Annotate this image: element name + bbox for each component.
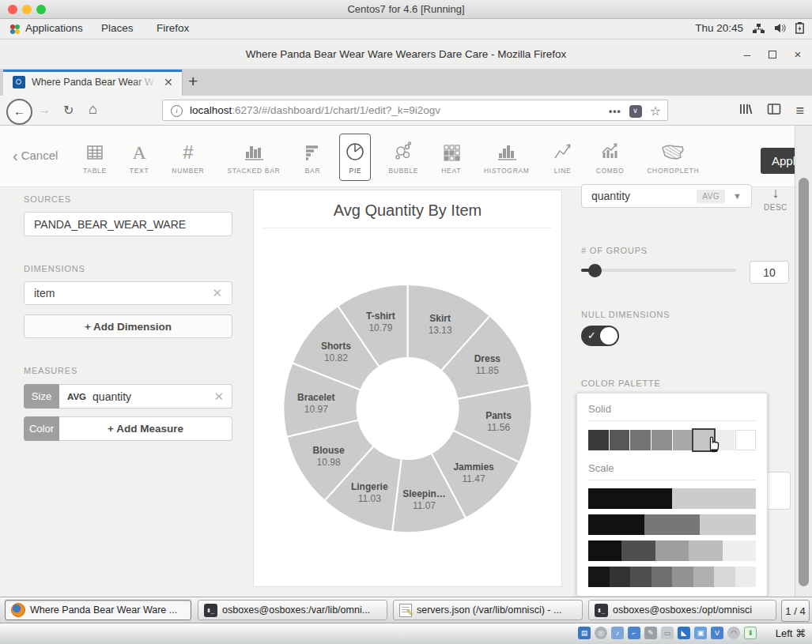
- add-dimension-button[interactable]: + Add Dimension: [24, 314, 232, 338]
- audio-icon: ♪: [611, 627, 624, 639]
- page-scrollbar[interactable]: [795, 126, 812, 597]
- new-tab-button[interactable]: +: [188, 72, 198, 91]
- url-bar[interactable]: i localhost:6273/#/dashboard/1/chart/1/e…: [162, 100, 668, 121]
- menu-firefox[interactable]: Firefox: [157, 22, 189, 34]
- size-measure-chip[interactable]: AVG quantity ✕: [59, 384, 232, 409]
- omnisci-favicon: [13, 76, 25, 89]
- measure-dropdown[interactable]: quantity AVG ▼: [581, 184, 752, 208]
- groups-slider-track[interactable]: [581, 269, 736, 272]
- chart-type-pie[interactable]: PIE: [339, 134, 371, 181]
- cancel-button[interactable]: ‹Cancel: [13, 147, 58, 165]
- display-icon: ◣: [678, 627, 690, 639]
- menu-places[interactable]: Places: [101, 22, 134, 34]
- battery-icon[interactable]: [795, 22, 804, 34]
- menu-applications[interactable]: Applications: [25, 22, 83, 34]
- remove-measure-icon[interactable]: ✕: [213, 390, 224, 404]
- home-button[interactable]: ⌂: [89, 101, 97, 118]
- menu-hamburger-icon[interactable]: ≡: [795, 103, 804, 119]
- sort-control[interactable]: ↓ DESC: [764, 186, 787, 212]
- mouse-integration-icon: ◠: [727, 627, 740, 639]
- virtualbox-status-bar: ▤ ◎ ♪ ⌐ ✎ ▭ ◣ ▣ V ◠ ⬇ Left ⌘: [0, 623, 812, 644]
- tab-close-icon[interactable]: ✕: [164, 76, 173, 89]
- page-actions-icon[interactable]: •••: [609, 106, 621, 117]
- source-selector[interactable]: PANDA_BEAR_WEAR_WARE: [24, 212, 232, 236]
- taskbar-terminal-1[interactable]: ▮_ osboxes@osboxes:/var/lib/omni...: [198, 600, 387, 620]
- workspace-pager[interactable]: 1 / 4: [781, 600, 810, 622]
- gnome-top-bar: Applications Places Firefox Thu 20:45: [0, 19, 812, 40]
- tab-strip: Where Panda Bear Wear W ✕ +: [0, 70, 812, 96]
- chart-title: Avg Quantity By Item: [254, 201, 561, 220]
- add-measure-button[interactable]: + Add Measure: [59, 416, 232, 441]
- processor-icon: V: [711, 627, 723, 639]
- chevron-down-icon[interactable]: ▼: [733, 191, 742, 201]
- solid-section-label: Solid: [588, 403, 756, 421]
- palette-scale-row[interactable]: [588, 488, 756, 509]
- dimension-chip[interactable]: item ✕: [24, 281, 232, 305]
- palette-scale-row[interactable]: [588, 567, 756, 587]
- screen: Centos7 for 4.6 [Running] Applications P…: [0, 0, 812, 644]
- chart-type-number[interactable]: # NUMBER: [166, 134, 210, 181]
- scrollbar-thumb[interactable]: [799, 178, 809, 586]
- bookmark-star-icon[interactable]: ☆: [650, 104, 661, 119]
- chart-type-line[interactable]: LINE: [547, 134, 579, 181]
- palette-swatch[interactable]: [735, 430, 756, 450]
- minimize-button[interactable]: –: [739, 47, 755, 61]
- palette-swatch[interactable]: [673, 430, 693, 450]
- network-icon[interactable]: [753, 23, 765, 33]
- chart-type-table[interactable]: TABLE: [77, 134, 112, 181]
- taskbar-terminal-2[interactable]: ▮_ osboxes@osboxes:/opt/omnisci: [588, 600, 776, 620]
- pie-slice-label: Shorts10.82: [321, 341, 351, 363]
- remove-dimension-icon[interactable]: ✕: [212, 286, 222, 300]
- donut-chart[interactable]: Skirt13.13Dress11.85Pants11.56Jammies11.…: [254, 228, 561, 588]
- active-tab-indicator: [3, 70, 182, 72]
- clock[interactable]: Thu 20:45: [695, 22, 743, 34]
- palette-swatch[interactable]: [610, 430, 630, 450]
- groups-slider-handle[interactable]: [588, 264, 602, 277]
- null-dimensions-label: NULL DIMENSIONS: [581, 310, 670, 319]
- groups-value-input[interactable]: 10: [750, 261, 789, 284]
- palette-swatch[interactable]: [588, 430, 609, 450]
- back-button[interactable]: ←: [6, 99, 32, 125]
- tab-title-fade: [133, 74, 157, 92]
- choropleth-icon: [647, 140, 699, 162]
- volume-icon[interactable]: [774, 23, 786, 33]
- reload-button[interactable]: ↻: [63, 103, 74, 118]
- table-icon: [83, 140, 107, 162]
- avg-badge: AVG: [697, 190, 725, 203]
- video-capture-icon: ▣: [694, 627, 707, 639]
- palette-swatch[interactable]: [630, 430, 651, 450]
- chart-type-choropleth[interactable]: CHOROPLETH: [641, 134, 704, 181]
- solid-swatch-row: [588, 429, 756, 451]
- aggregation-label[interactable]: AVG: [67, 392, 86, 401]
- palette-scale-row[interactable]: [588, 540, 756, 561]
- library-icon[interactable]: [738, 102, 753, 119]
- shared-folder-icon: ▭: [661, 627, 674, 639]
- pie-slice-label: Dress11.85: [474, 353, 501, 376]
- taskbar-firefox-window[interactable]: Where Panda Bear Wear Ware ...: [5, 600, 191, 620]
- window-list-taskbar: Where Panda Bear Wear Ware ... ▮_ osboxe…: [0, 597, 812, 623]
- palette-swatch[interactable]: [651, 430, 672, 450]
- null-dimensions-toggle[interactable]: ✓: [581, 326, 619, 346]
- dimensions-label: DIMENSIONS: [24, 264, 85, 273]
- chart-type-stacked-bar[interactable]: STACKED BAR: [221, 134, 285, 181]
- site-info-icon[interactable]: i: [171, 105, 183, 117]
- close-button[interactable]: ×: [790, 47, 806, 61]
- url-text[interactable]: localhost:6273/#/dashboard/1/chart/1/edi…: [190, 104, 440, 116]
- pocket-icon[interactable]: ∨: [629, 105, 642, 118]
- taskbar-gedit[interactable]: ✎ servers.json (/var/lib/omnisci) - ...: [393, 600, 583, 620]
- sidebar-toggle-icon[interactable]: [767, 102, 781, 119]
- palette-scale-row[interactable]: [588, 514, 756, 535]
- measures-label: MEASURES: [24, 366, 77, 375]
- chart-type-histogram[interactable]: HISTOGRAM: [478, 134, 535, 181]
- chart-type-heat[interactable]: HEAT: [436, 134, 466, 181]
- chart-type-text[interactable]: A TEXT: [124, 134, 155, 181]
- maximize-button[interactable]: [765, 47, 780, 61]
- chart-type-bubble[interactable]: BUBBLE: [383, 134, 424, 181]
- chart-type-combo[interactable]: COMBO: [591, 134, 630, 181]
- forward-button[interactable]: →: [38, 103, 51, 117]
- chart-type-bar[interactable]: BAR: [297, 134, 327, 181]
- chevron-left-icon: ‹: [13, 147, 18, 164]
- auto-resize-icon: ⬇: [744, 627, 757, 639]
- text-editor-icon: ✎: [399, 604, 412, 617]
- tab-active[interactable]: Where Panda Bear Wear W ✕: [3, 70, 183, 96]
